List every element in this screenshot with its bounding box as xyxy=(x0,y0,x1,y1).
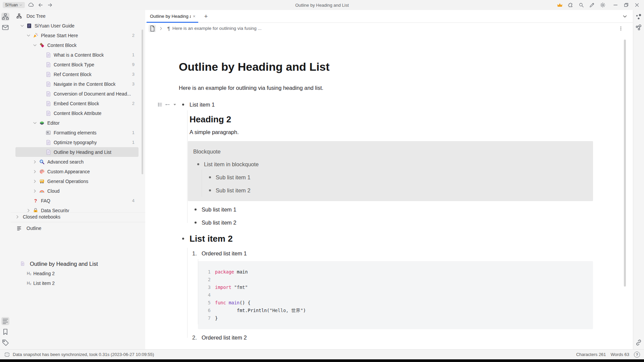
sub-list-item[interactable]: Sub list item 1 xyxy=(190,206,593,213)
code-line: 2 xyxy=(198,276,593,284)
item-count-badge: 2 xyxy=(132,101,135,106)
status-bar: Data snapshot has been synchronized, too… xyxy=(0,349,644,359)
outline-doc-label: Outline by Heading and List xyxy=(30,260,98,267)
doc-tree-item[interactable]: General Operations xyxy=(15,176,139,186)
forward-arrow-icon[interactable] xyxy=(47,2,53,8)
minimize-icon[interactable] xyxy=(612,2,619,8)
app-menu-button[interactable]: SiYuan xyxy=(3,2,25,8)
chevron-right-icon[interactable] xyxy=(32,188,38,194)
list-item-1-text[interactable]: List item 1 xyxy=(190,101,593,108)
doc-tree-item[interactable]: Editor xyxy=(15,118,139,128)
doc-tree-item[interactable]: Outline by Heading and List xyxy=(15,147,139,157)
doc-icon xyxy=(45,110,51,116)
doc-tree-list: SiYuan User GuidePlease Start Here2Conte… xyxy=(11,19,145,215)
doc-tree-item[interactable]: Advanced search xyxy=(15,157,139,167)
ordered-list-item-2[interactable]: 2. Ordered list item 2 xyxy=(190,334,593,341)
list-item-2-text[interactable]: List item 2 xyxy=(190,233,593,244)
theme-icon[interactable] xyxy=(600,2,606,8)
inbox-icon[interactable] xyxy=(1,23,9,32)
doc-tree-item[interactable]: Content Block Attribute xyxy=(15,108,139,118)
heading-2[interactable]: Heading 2 xyxy=(190,114,593,125)
chevron-down-icon xyxy=(19,3,22,7)
doc-tree-item[interactable]: SiYuan User Guide xyxy=(15,21,139,31)
backlink-icon[interactable] xyxy=(635,339,643,347)
breadcrumb-text[interactable]: Here is an example for outlining via fus… xyxy=(172,26,262,31)
chevron-placeholder xyxy=(39,111,44,116)
sub-list-item[interactable]: Sub list item 2 xyxy=(190,219,593,226)
line-number: 5 xyxy=(198,299,211,307)
simple-paragraph[interactable]: A simple paragraph. xyxy=(190,128,593,136)
ordered-list-item-2-text[interactable]: Ordered list item 2 xyxy=(202,334,593,341)
bullet-marker xyxy=(209,176,211,178)
doc-tree-item[interactable]: Formatting elements1 xyxy=(15,128,139,137)
search-icon[interactable] xyxy=(578,2,584,8)
back-arrow-icon[interactable] xyxy=(38,2,44,8)
outline-doc-item[interactable]: Outline by Heading and List xyxy=(11,233,146,268)
outline-heading-item[interactable]: H₂Heading 2 xyxy=(11,268,145,278)
maximize-icon[interactable] xyxy=(623,2,629,8)
doc-tree-item[interactable]: Custom Appearance xyxy=(15,167,139,176)
blockquote-list-item[interactable]: List item in blockquote Sub list item 1S… xyxy=(193,161,588,194)
doc-tree-item[interactable]: Embed Content Block2 xyxy=(15,99,139,108)
blockquote-sub-list-item[interactable]: Sub list item 1 xyxy=(204,174,588,181)
blockquote-sub-list-item[interactable]: Sub list item 2 xyxy=(204,187,588,194)
doc-tree-item[interactable]: Optimize typography1 xyxy=(15,137,139,147)
code-block[interactable]: 1package main23import "fmt"45func main()… xyxy=(198,261,593,329)
chevron-down-icon[interactable] xyxy=(19,23,25,28)
chevron-right-icon[interactable] xyxy=(32,179,38,184)
tab-list-chevron-icon[interactable] xyxy=(622,13,628,19)
bookmark-icon[interactable] xyxy=(1,328,9,336)
tab-close-icon[interactable]: × xyxy=(193,14,196,19)
cloud-icon[interactable] xyxy=(28,2,34,8)
blockquote-text[interactable]: Blockquote xyxy=(193,148,588,155)
chevron-right-icon[interactable] xyxy=(32,169,38,174)
chevron-down-icon[interactable] xyxy=(26,33,31,38)
outline-heading-item[interactable]: H₂List item 2 xyxy=(11,278,145,288)
ordered-list-item-1[interactable]: 1. Ordered list item 1 1package main23im… xyxy=(190,250,593,329)
doc-tree-panel: Doc Tree SiYuan User GuidePlease Start H… xyxy=(11,10,145,222)
doc-icon xyxy=(45,62,51,68)
blockquote-list-item-text[interactable]: List item in blockquote xyxy=(204,161,588,168)
list-guide-line xyxy=(187,110,187,223)
outline-item-label: Heading 2 xyxy=(33,271,55,276)
blockquote[interactable]: Blockquote List item in blockquote Sub l… xyxy=(188,141,593,201)
document-icon[interactable] xyxy=(149,25,156,32)
doc-title[interactable]: Outline by Heading and List xyxy=(179,59,593,74)
crown-icon[interactable] xyxy=(557,2,563,8)
ordered-list-item-1-text[interactable]: Ordered list item 1 xyxy=(202,250,593,257)
doc-tree-item-label: Editor xyxy=(47,120,60,126)
sidebar-scrollbar[interactable] xyxy=(142,29,143,174)
close-icon[interactable] xyxy=(634,2,640,8)
doc-tree-item[interactable]: ?FAQ4 xyxy=(15,196,139,205)
doc-tree-item[interactable]: Ref Content Block3 xyxy=(15,69,139,79)
closed-notebooks-row[interactable]: Closed notebooks xyxy=(11,212,145,221)
intro-paragraph[interactable]: Here is an example for outlining via fus… xyxy=(179,84,593,92)
outline-icon[interactable] xyxy=(1,317,9,325)
list-item-2[interactable]: List item 2 1. Ordered list item 1 1pack… xyxy=(179,233,593,341)
doc-tree-item[interactable]: Cloud xyxy=(15,186,139,196)
graph-icon[interactable] xyxy=(635,13,643,21)
bullet-marker xyxy=(209,189,211,191)
list-item-1[interactable]: List item 1 Heading 2 A simple paragraph… xyxy=(179,101,593,226)
help-icon[interactable]: ? xyxy=(634,352,640,358)
doc-tree-item[interactable]: Navigate in the Content Block3 xyxy=(15,79,139,89)
more-options-icon[interactable] xyxy=(618,25,624,32)
doc-tree-item[interactable]: Please Start Here2 xyxy=(15,31,139,40)
new-tab-button[interactable]: + xyxy=(204,13,208,19)
tag-icon[interactable] xyxy=(1,339,9,347)
tab-active[interactable]: Outline by Heading and List × xyxy=(147,10,198,22)
doc-tree-item[interactable]: What is a Content Block1 xyxy=(15,50,139,60)
chevron-down-icon[interactable] xyxy=(32,43,38,48)
rainbow-icon xyxy=(39,188,45,194)
chevron-down-icon[interactable] xyxy=(32,120,38,126)
global-graph-icon[interactable] xyxy=(635,23,643,32)
snapshot-icon[interactable] xyxy=(4,352,10,358)
doc-tree-icon[interactable] xyxy=(1,13,9,21)
plugin-icon[interactable] xyxy=(568,2,574,8)
doc-tree-item[interactable]: Content Block Type9 xyxy=(15,60,139,69)
edit-icon[interactable] xyxy=(589,2,595,8)
doc-tree-item[interactable]: Conversion of Document and Head... xyxy=(15,89,139,99)
doc-tree-item[interactable]: Content Block xyxy=(15,40,139,50)
editor-scrollbar[interactable] xyxy=(624,40,626,287)
chevron-right-icon[interactable] xyxy=(32,159,38,165)
